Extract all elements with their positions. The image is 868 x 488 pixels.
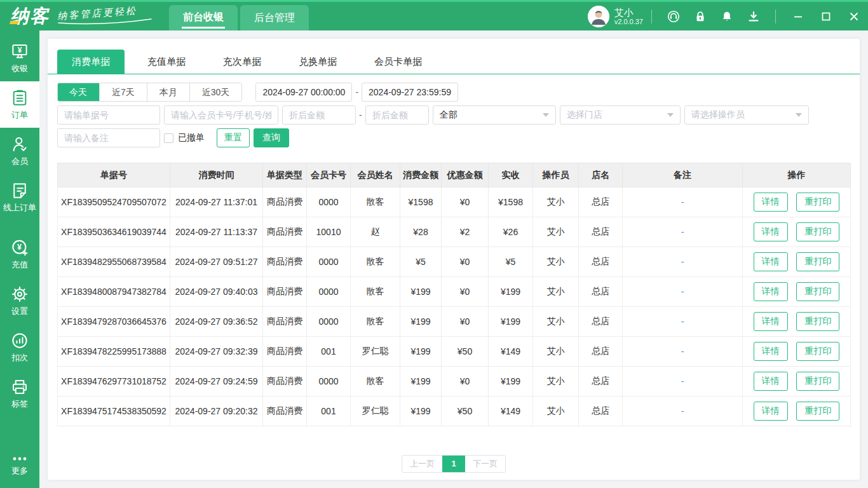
reprint-button[interactable]: 重打印: [796, 342, 839, 361]
table-header: 单据号 消费时间 单据类型 会员卡号 会员姓名 消费金额 优惠金额 实收 操作员…: [58, 163, 851, 187]
table-row: XF1839479287036645376 2024-09-27 09:36:5…: [58, 307, 851, 337]
header-nav: 前台收银 后台管理: [169, 5, 309, 30]
range-30days-button[interactable]: 近30天: [189, 83, 242, 101]
reprint-button[interactable]: 重打印: [796, 372, 839, 391]
cell-operator: 艾小: [533, 367, 579, 396]
sidebar-item-labels[interactable]: 标签: [0, 370, 39, 417]
reprint-button[interactable]: 重打印: [796, 282, 839, 301]
col-operator: 操作员: [533, 163, 579, 187]
label-printer-icon: [10, 377, 29, 396]
cell-card-no: 0000: [307, 247, 351, 277]
cell-actions: 详情 重打印: [743, 277, 851, 307]
cell-amount: ¥199: [400, 367, 442, 396]
store-select[interactable]: 选择门店: [560, 105, 681, 125]
cell-order-no: XF1839482955068739584: [58, 247, 170, 277]
detail-button[interactable]: 详情: [754, 402, 788, 421]
reprint-button[interactable]: 重打印: [796, 312, 839, 331]
avatar-person-icon: [588, 6, 609, 27]
sidebar-item-settings[interactable]: 设置: [0, 278, 39, 324]
cell-type: 商品消费: [263, 277, 307, 307]
sidebar-item-cashier[interactable]: ¥ 收银: [0, 35, 39, 81]
cell-remark: -: [623, 277, 743, 307]
download-icon[interactable]: [740, 10, 767, 24]
maximize-button[interactable]: [812, 2, 840, 30]
cell-paid: ¥5: [489, 247, 533, 277]
sidebar-item-orders[interactable]: 订单: [0, 81, 39, 128]
col-paid: 实收: [489, 163, 533, 187]
reprint-button[interactable]: 重打印: [796, 402, 839, 421]
operator-select-placeholder: 请选择操作员: [691, 109, 745, 121]
customer-service-icon[interactable]: [660, 10, 687, 24]
search-button[interactable]: 查询: [254, 128, 289, 147]
detail-button[interactable]: 详情: [754, 193, 788, 212]
cell-order-no: XF1839475174538350592: [58, 396, 170, 426]
close-button[interactable]: [840, 2, 868, 30]
cell-actions: 详情 重打印: [743, 217, 851, 247]
cell-paid: ¥149: [489, 396, 533, 426]
cell-order-no: XF1839478225995173888: [58, 337, 170, 367]
range-7days-button[interactable]: 近7天: [99, 83, 147, 101]
cell-order-no: XF1839509524709507072: [58, 187, 170, 217]
sidebar-item-online-orders[interactable]: 线上订单: [0, 174, 39, 220]
tab-exchange-orders[interactable]: 兑换单据: [284, 50, 351, 74]
member-search-input[interactable]: [164, 105, 278, 125]
bell-icon[interactable]: [714, 10, 740, 24]
order-clipboard-icon: [10, 88, 29, 107]
tab-consume-orders[interactable]: 消费单据: [57, 50, 125, 74]
next-page-button[interactable]: 下一页: [465, 456, 505, 472]
app-window: 纳客 纳客管店更轻松 前台收银 后台管理: [0, 0, 868, 488]
detail-button[interactable]: 详情: [754, 372, 788, 391]
revoked-checkbox[interactable]: [164, 133, 173, 143]
col-amount: 消费金额: [400, 163, 442, 187]
cell-card-no: 0000: [307, 277, 351, 307]
detail-button[interactable]: 详情: [754, 282, 788, 301]
remark-input[interactable]: [57, 128, 160, 147]
reprint-button[interactable]: 重打印: [796, 252, 839, 271]
cell-store: 总店: [579, 217, 623, 247]
date-to-input[interactable]: [362, 83, 458, 102]
tab-recharge-times-orders[interactable]: 充次单据: [208, 50, 276, 74]
reprint-button[interactable]: 重打印: [796, 193, 839, 212]
cell-remark: -: [623, 337, 743, 367]
operator-select[interactable]: 请选择操作员: [684, 105, 809, 125]
cell-member: 散客: [351, 307, 400, 337]
type-select[interactable]: 全部: [433, 105, 556, 125]
reset-button[interactable]: 重置: [217, 128, 250, 147]
sidebar-item-label: 标签: [11, 398, 28, 410]
settings-gear-icon: [10, 285, 29, 304]
cell-member: 罗仁聪: [351, 396, 400, 426]
range-today-button[interactable]: 今天: [57, 83, 99, 102]
nav-tab-backend-admin[interactable]: 后台管理: [240, 5, 309, 30]
sidebar-item-members[interactable]: 会员: [0, 128, 39, 174]
tab-member-card-orders[interactable]: 会员卡单据: [360, 50, 437, 74]
detail-button[interactable]: 详情: [754, 342, 788, 361]
lock-icon[interactable]: [687, 10, 714, 24]
range-month-button[interactable]: 本月: [147, 83, 189, 101]
sidebar-item-deduct-times[interactable]: 扣次: [0, 324, 39, 370]
detail-button[interactable]: 详情: [754, 312, 788, 331]
minimize-button[interactable]: [784, 2, 812, 30]
detail-button[interactable]: 详情: [754, 222, 788, 241]
chevron-down-icon: [796, 113, 802, 117]
avatar[interactable]: [588, 6, 609, 27]
amount-min-input[interactable]: [282, 105, 356, 125]
cell-member: 罗仁聪: [351, 337, 400, 367]
sidebar-item-more[interactable]: 更多: [0, 447, 39, 483]
order-no-input[interactable]: [57, 105, 160, 125]
sidebar-item-label: 线上订单: [3, 202, 36, 214]
detail-button[interactable]: 详情: [754, 252, 788, 271]
sidebar-item-recharge[interactable]: ¥ 充值: [0, 231, 39, 278]
sidebar-item-label: 订单: [11, 109, 28, 121]
cell-amount: ¥199: [400, 337, 442, 367]
date-from-input[interactable]: [255, 83, 352, 102]
amount-max-input[interactable]: [365, 105, 429, 125]
current-page[interactable]: 1: [442, 455, 465, 473]
svg-text:¥: ¥: [17, 243, 22, 252]
cashier-monitor-icon: ¥: [10, 42, 29, 61]
nav-tab-front-cashier[interactable]: 前台收银: [169, 5, 238, 30]
reprint-button[interactable]: 重打印: [796, 222, 839, 241]
prev-page-button[interactable]: 上一页: [402, 456, 442, 472]
cell-discount: ¥50: [442, 396, 489, 426]
tab-recharge-orders[interactable]: 充值单据: [133, 50, 200, 74]
cell-paid: ¥1598: [489, 187, 533, 217]
